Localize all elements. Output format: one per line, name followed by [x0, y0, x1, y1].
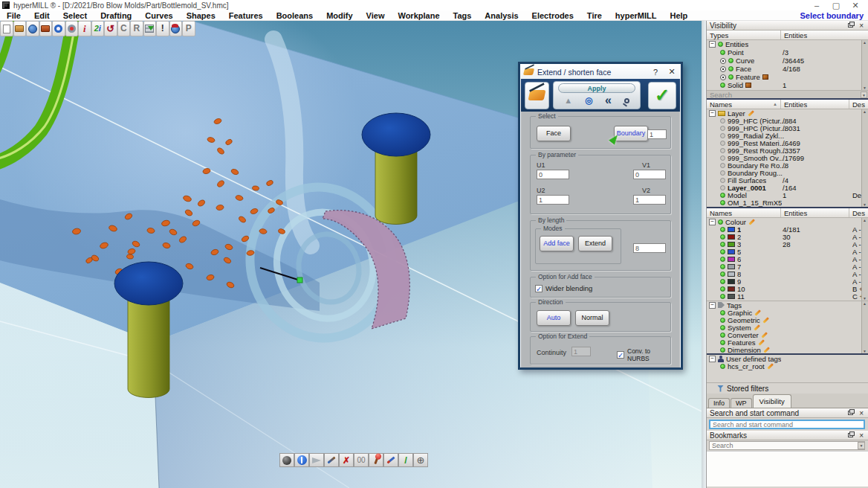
- bulb-icon[interactable]: [720, 50, 725, 55]
- search-command-input[interactable]: [709, 420, 865, 429]
- tree-row[interactable]: 2 30 A -: [707, 233, 868, 240]
- u1-input[interactable]: [537, 170, 569, 179]
- warning-icon[interactable]: !: [156, 21, 169, 36]
- tree-row[interactable]: 999_HFC (Pictur... /884: [707, 117, 868, 124]
- cone-tool-icon[interactable]: [309, 453, 324, 467]
- tree-row[interactable]: System: [707, 324, 868, 331]
- pencil-icon[interactable]: [754, 324, 760, 330]
- v2-input[interactable]: [633, 195, 666, 205]
- scrollbar[interactable]: [861, 109, 868, 207]
- tree-row[interactable]: 6 A -: [707, 255, 868, 263]
- bulb-icon[interactable]: [720, 148, 725, 153]
- bulb-icon[interactable]: [720, 249, 725, 254]
- bulb-icon[interactable]: [720, 325, 725, 330]
- brush-tool-icon[interactable]: [383, 453, 398, 467]
- bulb-icon[interactable]: [720, 242, 725, 247]
- tree-row[interactable]: Solid 1: [707, 81, 868, 89]
- extend-button[interactable]: Extend: [578, 236, 612, 251]
- menu-item[interactable]: Tire: [580, 11, 609, 20]
- zero-zero-button[interactable]: 00: [354, 453, 369, 467]
- auto-button[interactable]: Auto: [537, 310, 571, 326]
- bulb-icon[interactable]: [718, 219, 723, 225]
- apply-button[interactable]: Apply: [558, 83, 635, 93]
- tree-row[interactable]: Converter: [707, 331, 868, 338]
- menu-item[interactable]: Shapes: [180, 11, 222, 20]
- bulb-icon[interactable]: [728, 66, 733, 71]
- menu-item[interactable]: Drafting: [94, 11, 138, 20]
- info-2d-icon[interactable]: 2i: [91, 21, 105, 36]
- pencil-icon[interactable]: [762, 317, 768, 323]
- bulb-icon[interactable]: [720, 83, 725, 88]
- bulb-icon[interactable]: [720, 163, 725, 168]
- collapse-icon[interactable]: [709, 219, 716, 225]
- tree-row[interactable]: 1 4/181 A -: [707, 225, 868, 233]
- machine-gear-icon[interactable]: [65, 21, 79, 36]
- bulb-icon[interactable]: [720, 257, 725, 262]
- tree-row[interactable]: User defined tags: [707, 355, 868, 362]
- float-panel-icon[interactable]: [848, 433, 853, 437]
- tree-row[interactable]: Tags: [707, 301, 868, 309]
- tree-row[interactable]: 3 28 A -: [707, 240, 868, 248]
- dialog-title-bar[interactable]: Extend / shorten face ? ✕: [521, 65, 680, 79]
- chevron-down-icon[interactable]: ▼: [861, 92, 867, 98]
- bulb-icon[interactable]: [720, 200, 725, 205]
- close-panel-icon[interactable]: ×: [859, 22, 864, 30]
- ok-button[interactable]: ✓: [648, 82, 676, 109]
- tree-row[interactable]: Layer_0001 /164: [707, 184, 868, 191]
- close-button[interactable]: ✕: [846, 1, 865, 10]
- face-edit-tool-button[interactable]: [525, 82, 549, 109]
- shaded-view-icon[interactable]: [279, 453, 294, 467]
- pencil-icon[interactable]: [755, 309, 761, 315]
- menu-item[interactable]: hyperMILL: [609, 11, 664, 20]
- normal-button[interactable]: Normal: [575, 310, 609, 326]
- tree-row[interactable]: Graphic: [707, 309, 868, 316]
- eye-icon[interactable]: [720, 74, 726, 80]
- tree-row[interactable]: Colour: [707, 218, 868, 225]
- bulb-icon[interactable]: [720, 340, 725, 345]
- tree-row[interactable]: 999_Rest Materi... /6469: [707, 139, 868, 147]
- plot-icon[interactable]: P: [182, 21, 195, 36]
- float-panel-icon[interactable]: [848, 23, 853, 28]
- bookmarks-list[interactable]: [707, 451, 868, 487]
- menu-item[interactable]: File: [0, 11, 27, 20]
- undo-icon[interactable]: ↺: [104, 21, 117, 36]
- tree-row[interactable]: 5 A -: [707, 248, 868, 255]
- tree-row[interactable]: Face 4/168: [707, 65, 868, 73]
- bulb-icon[interactable]: [720, 318, 725, 323]
- tree-row[interactable]: Boundary Re Ro... /8: [707, 161, 868, 169]
- search-icon[interactable]: [624, 95, 629, 106]
- pencil-icon[interactable]: [761, 332, 767, 338]
- tree-row[interactable]: Features: [707, 338, 868, 346]
- face-button[interactable]: Face: [537, 126, 571, 141]
- chevron-down-icon[interactable]: ▼: [858, 442, 865, 449]
- tree-row[interactable]: 10 B +: [707, 285, 868, 292]
- tree-row[interactable]: Curve /36445: [707, 57, 868, 65]
- bulb-icon[interactable]: [728, 58, 733, 63]
- bulb-icon[interactable]: [720, 141, 725, 146]
- pencil-icon[interactable]: [748, 219, 754, 225]
- pencil-tool-icon[interactable]: /: [398, 453, 413, 467]
- menu-item[interactable]: Curves: [138, 11, 179, 20]
- collapse-icon[interactable]: [709, 356, 716, 362]
- bookmarks-search-input[interactable]: [709, 441, 865, 450]
- copy-icon[interactable]: C: [117, 21, 131, 36]
- scrollbar[interactable]: [861, 218, 868, 301]
- tree-row[interactable]: 999_Rest Rough... /3357: [707, 147, 868, 154]
- tree-row[interactable]: Model 1 Def: [707, 191, 868, 199]
- eye-icon[interactable]: [720, 66, 726, 72]
- pencil-icon[interactable]: [767, 363, 773, 369]
- bulb-icon[interactable]: [720, 155, 725, 161]
- redline-icon[interactable]: R: [130, 21, 143, 36]
- menu-item[interactable]: Workplane: [391, 11, 446, 20]
- sidebar-tab[interactable]: WP: [731, 398, 752, 408]
- collapse-icon[interactable]: [709, 302, 716, 309]
- minimize-button[interactable]: –: [807, 1, 826, 10]
- tree-row[interactable]: Feature: [707, 73, 868, 81]
- open-file-icon[interactable]: [13, 21, 27, 36]
- bulb-icon[interactable]: [720, 185, 725, 190]
- boundary-count-input[interactable]: [647, 129, 667, 139]
- menu-item[interactable]: Help: [663, 11, 694, 20]
- bulb-icon[interactable]: [720, 310, 725, 315]
- undo-chevrons-icon[interactable]: «: [605, 96, 612, 105]
- bulb-icon[interactable]: [720, 178, 725, 183]
